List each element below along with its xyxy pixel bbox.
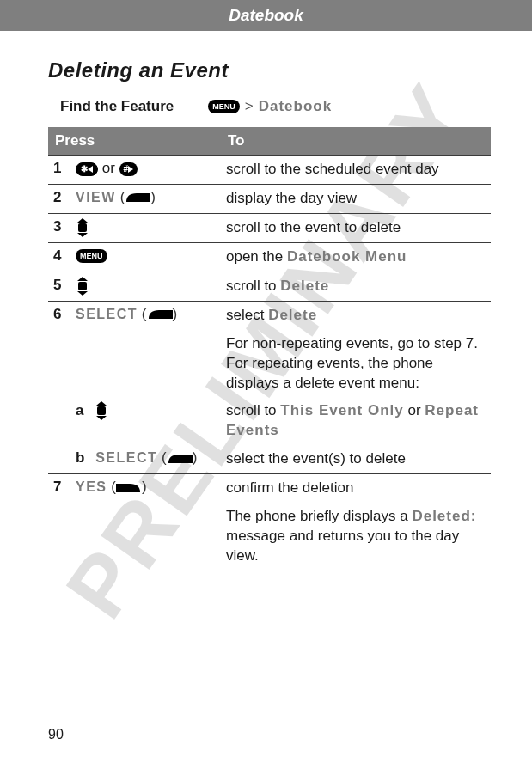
svg-rect-3 — [78, 223, 87, 232]
step-row: 2 VIEW ( ) display the day view — [48, 184, 491, 213]
svg-rect-6 — [78, 282, 87, 290]
chapter-title: Datebook — [229, 6, 303, 24]
softkey-label: YES — [76, 479, 107, 494]
step-press: MENU — [70, 242, 221, 272]
step-number: 3 — [48, 213, 70, 242]
find-feature-path: MENU > Datebook — [208, 98, 332, 115]
chapter-header: Datebook — [0, 0, 532, 31]
nav-key-icon — [76, 218, 89, 235]
step-number: 1 — [48, 156, 70, 185]
col-header-to: To — [221, 127, 491, 156]
softkey-label: SELECT — [95, 450, 157, 465]
right-softkey-icon — [167, 449, 193, 467]
menu-key-icon: MENU — [208, 100, 240, 113]
step-press — [70, 213, 221, 242]
hash-key-icon: # — [119, 162, 138, 176]
step-description: open the Datebook Menu — [221, 242, 491, 272]
step-number: 5 — [48, 272, 70, 301]
breadcrumb-datebook: Datebook — [259, 98, 332, 115]
step-row: 1 ✱ or # scroll to the scheduled event d… — [48, 156, 491, 185]
step-description: scroll to the event to delete — [221, 213, 491, 242]
find-feature-row: Find the Feature MENU > Datebook — [60, 98, 491, 115]
step-press: YES ( ) — [70, 474, 221, 503]
nav-key-icon — [95, 402, 108, 418]
steps-table: Press To 1 ✱ or # — [48, 127, 491, 571]
svg-marker-1 — [128, 166, 133, 173]
substep-row: a scroll to This Event Only or Repeat Ev… — [48, 397, 491, 445]
or-text: or — [102, 160, 115, 176]
softkey-label: SELECT — [76, 307, 138, 321]
step-description: display the day view — [221, 184, 491, 213]
step-note: For non-repeating events, go to step 7. … — [221, 330, 491, 398]
step-press: VIEW ( ) — [70, 184, 221, 213]
substep-row: b SELECT ( ) select the event(s) to dele… — [48, 445, 491, 473]
substep-letter: a — [76, 402, 90, 418]
substep-press: b SELECT ( ) — [70, 445, 221, 473]
left-softkey-icon — [116, 479, 142, 496]
step-description: select Delete — [221, 301, 491, 329]
find-feature-label: Find the Feature — [60, 98, 174, 115]
softkey-label: VIEW — [76, 190, 116, 204]
substep-description: select the event(s) to delete — [221, 445, 491, 473]
page-number: 90 — [48, 727, 64, 742]
section-heading: Deleting an Event — [48, 58, 491, 82]
right-softkey-icon — [125, 189, 150, 206]
step-row: 3 scroll to the event to delete — [48, 213, 491, 242]
step-number: 2 — [48, 184, 70, 213]
star-key-icon: ✱ — [76, 162, 98, 176]
step-number: 6 — [48, 301, 70, 329]
right-softkey-icon — [147, 306, 173, 323]
step-description: confirm the deletion — [221, 474, 491, 503]
step-description: scroll to Delete — [221, 272, 491, 301]
col-header-press: Press — [48, 127, 221, 156]
svg-marker-5 — [77, 277, 88, 281]
svg-marker-4 — [77, 233, 88, 237]
step-note-row: The phone briefly displays a Deleted: me… — [48, 503, 491, 571]
nav-key-icon — [76, 277, 89, 293]
svg-marker-2 — [77, 218, 88, 223]
step-row: 6 SELECT ( ) select Delete — [48, 301, 491, 329]
svg-marker-0 — [88, 166, 93, 173]
svg-rect-9 — [97, 406, 106, 415]
step-note: The phone briefly displays a Deleted: me… — [221, 503, 491, 571]
step-row: 4 MENU open the Datebook Menu — [48, 242, 491, 272]
svg-marker-8 — [96, 401, 107, 406]
substep-description: scroll to This Event Only or Repeat Even… — [221, 397, 491, 445]
menu-key-icon: MENU — [76, 249, 107, 263]
step-note-row: For non-repeating events, go to step 7. … — [48, 330, 491, 398]
step-number: 4 — [48, 242, 70, 272]
step-press — [70, 272, 221, 301]
svg-marker-10 — [96, 416, 107, 420]
substep-press: a — [70, 397, 221, 445]
step-number: 7 — [48, 474, 70, 503]
breadcrumb-separator: > — [245, 98, 254, 115]
step-press: ✱ or # — [70, 156, 221, 185]
step-row: 5 scroll to Delete — [48, 272, 491, 301]
step-press: SELECT ( ) — [70, 301, 221, 329]
step-description: scroll to the scheduled event day — [221, 156, 491, 185]
substep-letter: b — [76, 449, 91, 466]
svg-marker-7 — [77, 291, 88, 296]
step-row: 7 YES ( ) confirm the deletion — [48, 474, 491, 503]
